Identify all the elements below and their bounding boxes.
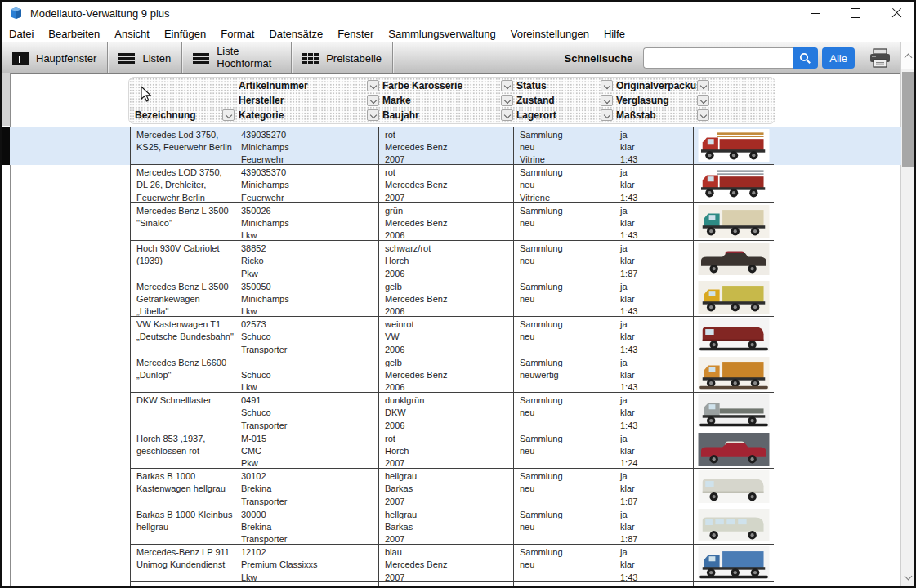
zustand-text: neu bbox=[520, 483, 614, 495]
listen-button[interactable]: Listen bbox=[108, 42, 182, 74]
farbe-text: schwarz/rot bbox=[385, 243, 513, 255]
hersteller-text: Premium Classixxs bbox=[241, 559, 378, 571]
app-window: Modellauto-Verwaltung 9 plus Datei Bearb… bbox=[0, 0, 916, 588]
table-row[interactable]: Barkas B 1000 Kleinbus hellgrau 30000 Br… bbox=[10, 506, 901, 545]
menu-ansicht[interactable]: Ansicht bbox=[107, 28, 157, 40]
model-car-photo bbox=[698, 546, 770, 579]
cell-bezeichnung: VW Kastenwagen T1 „Deutsche Bundesbahn" bbox=[130, 317, 235, 355]
marke-text: Mercedes Benz bbox=[385, 179, 513, 191]
table-row[interactable]: DKW Schnelllaster 0491 Schuco Transporte… bbox=[10, 393, 901, 431]
filter-dropdown-button[interactable] bbox=[601, 95, 613, 106]
cell-status-zustand-lagerort: Sammlung neu bbox=[514, 393, 614, 431]
filter-dropdown-button[interactable] bbox=[601, 80, 613, 91]
preistabelle-button[interactable]: Preistabelle bbox=[292, 42, 393, 74]
scroll-up-button[interactable] bbox=[901, 42, 914, 69]
filter-bezeichnung: Bezeichnung bbox=[135, 109, 235, 122]
table-row[interactable]: Mercedes Lod 3750, KS25, Feuerwehr Berli… bbox=[10, 127, 901, 165]
filter-label: Bezeichnung bbox=[135, 109, 196, 121]
filter-dropdown-button[interactable] bbox=[501, 80, 513, 91]
kategorie-text: Transporter bbox=[241, 420, 378, 430]
farbe-text: gelb bbox=[385, 281, 513, 293]
cell-farbe-marke-baujahr: gelb Mercedes Benz 2006 bbox=[379, 354, 514, 393]
model-car-photo bbox=[698, 243, 770, 275]
liste-hochformat-button[interactable]: Liste Hochformat bbox=[182, 42, 292, 74]
table-row[interactable]: Mercedes LOD 3750, DL 26, Drehleiter, Fe… bbox=[10, 165, 901, 203]
menu-datensaetze[interactable]: Datensätze bbox=[261, 28, 330, 40]
maximize-button[interactable] bbox=[846, 3, 865, 23]
cell-ovp-verglasung-massstab: ja klar 1:43 bbox=[614, 127, 694, 165]
minimize-button[interactable] bbox=[805, 3, 824, 23]
originalverpackung-text: ja bbox=[620, 129, 693, 141]
massstab-text: 1:43 bbox=[620, 420, 693, 430]
cell-bezeichnung: Horch 853 ,1937, geschlossen rot bbox=[130, 430, 235, 469]
lagerort-text bbox=[520, 457, 614, 468]
marke-text: Barkas bbox=[385, 483, 513, 495]
table-row[interactable]: Mercedes Benz L 3500 "Sinalco" 350026 Mi… bbox=[10, 203, 901, 241]
filter-dropdown-button[interactable] bbox=[697, 80, 709, 91]
close-button[interactable] bbox=[887, 3, 906, 23]
table-row[interactable]: Barkas B 1000 Kastenwagen hellgrau 30102… bbox=[10, 469, 901, 507]
marke-text: Mercedes Benz bbox=[385, 141, 513, 154]
filter-label: Kategorie bbox=[239, 109, 284, 121]
list-icon bbox=[193, 53, 209, 64]
alle-button[interactable]: Alle bbox=[822, 47, 855, 69]
table-row[interactable]: Mercedes Benz L6600 „Dunlop" Schuco Lkw … bbox=[10, 354, 901, 393]
hauptfenster-button[interactable]: Hauptfenster bbox=[2, 42, 108, 74]
cell-farbe-marke-baujahr: dunklgrün DKW 2006 bbox=[379, 393, 514, 431]
filter-dropdown-button[interactable] bbox=[367, 80, 379, 91]
table-row[interactable]: VW Kastenwagen T1 „Deutsche Bundesbahn" … bbox=[10, 317, 901, 355]
model-car-photo bbox=[698, 318, 770, 351]
zustand-text: neu bbox=[520, 293, 614, 305]
scroll-down-button[interactable] bbox=[901, 568, 914, 585]
filter-artikelnummer: Artikelnummer bbox=[239, 79, 379, 92]
menu-fenster[interactable]: Fenster bbox=[330, 28, 381, 40]
kategorie-text: Feuerwehr bbox=[241, 192, 378, 203]
filter-dropdown-button[interactable] bbox=[697, 109, 709, 121]
table-row[interactable]: Hoch 930V Cabriolet (1939) 38852 Ricko P… bbox=[10, 241, 901, 279]
scrollbar-thumb[interactable] bbox=[902, 72, 914, 167]
filter-dropdown-button[interactable] bbox=[501, 109, 513, 121]
cell-status-zustand-lagerort: Sammlung neu bbox=[514, 241, 614, 279]
maximize-icon bbox=[851, 8, 860, 18]
menu-datei[interactable]: Datei bbox=[2, 28, 41, 40]
filter-dropdown-button[interactable] bbox=[601, 109, 613, 121]
menu-voreinstellungen[interactable]: Voreinstellungen bbox=[503, 28, 597, 40]
vertical-scrollbar[interactable] bbox=[900, 42, 914, 586]
filter-dropdown-button[interactable] bbox=[222, 109, 235, 121]
table-row[interactable]: Horch 853 ,1937, geschlossen rot M-015 C… bbox=[10, 430, 901, 469]
status-text: Sammlung bbox=[520, 318, 614, 331]
table-row[interactable]: Mercedes Benz L 3500 Getränkewagen „Libe… bbox=[10, 278, 901, 317]
filter-label: Artikelnummer bbox=[239, 80, 308, 91]
model-car-photo bbox=[698, 205, 770, 238]
lagerort-text bbox=[520, 572, 614, 582]
filter-dropdown-button[interactable] bbox=[367, 109, 379, 121]
price-table-icon bbox=[302, 53, 319, 64]
menu-einfuegen[interactable]: Einfügen bbox=[157, 28, 213, 40]
search-button[interactable] bbox=[793, 47, 818, 69]
model-car-photo bbox=[698, 357, 770, 390]
print-button[interactable] bbox=[869, 48, 891, 69]
marke-text: Mercedes Benz bbox=[385, 293, 513, 305]
hersteller-text: Schuco bbox=[241, 369, 378, 381]
menu-format[interactable]: Format bbox=[213, 28, 261, 40]
filter-dropdown-button[interactable] bbox=[697, 95, 709, 106]
verglasung-text: klar bbox=[620, 521, 693, 533]
kategorie-text: Lkw bbox=[241, 229, 378, 240]
table-row[interactable]: Mercedes-Benz LP 911 Unimog Kundendienst… bbox=[10, 545, 901, 583]
status-text: Sammlung bbox=[520, 357, 614, 369]
menu-hilfe[interactable]: Hilfe bbox=[597, 28, 632, 40]
quick-search-input[interactable] bbox=[643, 47, 793, 69]
filter-dropdown-button[interactable] bbox=[501, 95, 513, 106]
artikelnummer-text: 350026 bbox=[241, 205, 378, 217]
cell-farbe-marke-baujahr: rot Mercedes Benz 2007 bbox=[379, 165, 514, 203]
cell-status-zustand-lagerort: Sammlung neu bbox=[514, 430, 614, 469]
filter-dropdown-button[interactable] bbox=[367, 95, 379, 106]
artikelnummer-text: 0491 bbox=[241, 394, 378, 407]
menu-bearbeiten[interactable]: Bearbeiten bbox=[41, 28, 107, 40]
baujahr-text: 2007 bbox=[385, 572, 513, 582]
hersteller-text: Minichamps bbox=[241, 141, 378, 154]
verglasung-text: klar bbox=[620, 255, 693, 267]
filter-kategorie: Kategorie bbox=[239, 109, 379, 122]
menu-sammlungsverwaltung[interactable]: Sammlungsverwaltung bbox=[381, 28, 503, 40]
search-icon bbox=[799, 52, 811, 65]
